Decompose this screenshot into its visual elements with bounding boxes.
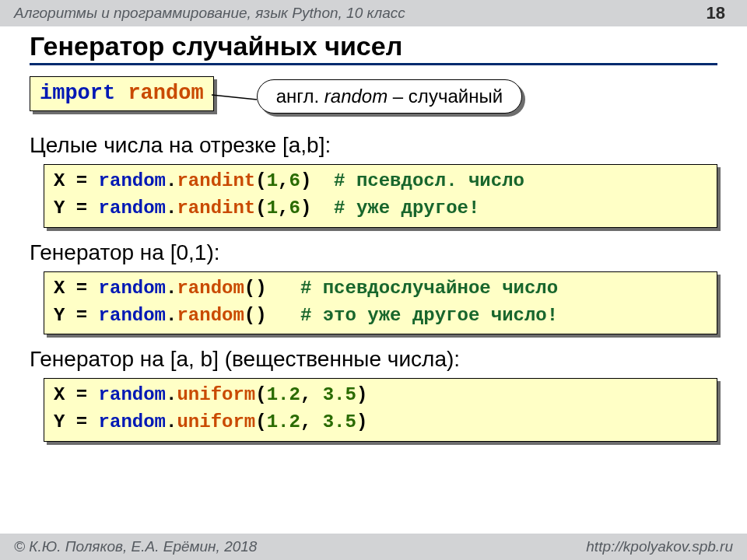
slide-content: Генератор случайных чисел import random … <box>0 26 747 534</box>
mod-random: random <box>128 82 203 105</box>
code-random: X = random.random() # псевдослучайное чи… <box>44 271 717 335</box>
code-import: import random <box>30 76 214 111</box>
kw-import: import <box>40 82 115 105</box>
page-number: 18 <box>707 3 725 23</box>
callout-bubble: англ. random – случайный <box>257 79 522 114</box>
code-randint: X = random.randint(1,6) # псевдосл. числ… <box>44 164 717 228</box>
header-bar: Алгоритмы и программирование, язык Pytho… <box>0 0 747 26</box>
section-3-title: Генератор на [a, b] (вещественные числа)… <box>30 347 717 372</box>
section-1-title: Целые числа на отрезке [a,b]: <box>30 133 717 158</box>
callout-connector <box>212 93 257 104</box>
callout-post: – случайный <box>388 86 503 107</box>
course-title: Алгоритмы и программирование, язык Pytho… <box>14 5 707 22</box>
footer-left: © К.Ю. Поляков, Е.А. Ерёмин, 2018 <box>14 538 257 555</box>
footer-bar: © К.Ю. Поляков, Е.А. Ерёмин, 2018 http:/… <box>0 534 747 560</box>
svg-line-0 <box>212 95 257 100</box>
slide-title: Генератор случайных чисел <box>30 31 717 61</box>
title-underline <box>30 63 717 65</box>
footer-right: http://kpolyakov.spb.ru <box>586 538 733 555</box>
callout-pre: англ. <box>276 86 324 107</box>
callout-word: random <box>324 86 388 107</box>
section-2-title: Генератор на [0,1): <box>30 240 717 265</box>
code-uniform: X = random.uniform(1.2, 3.5) Y = random.… <box>44 378 717 442</box>
